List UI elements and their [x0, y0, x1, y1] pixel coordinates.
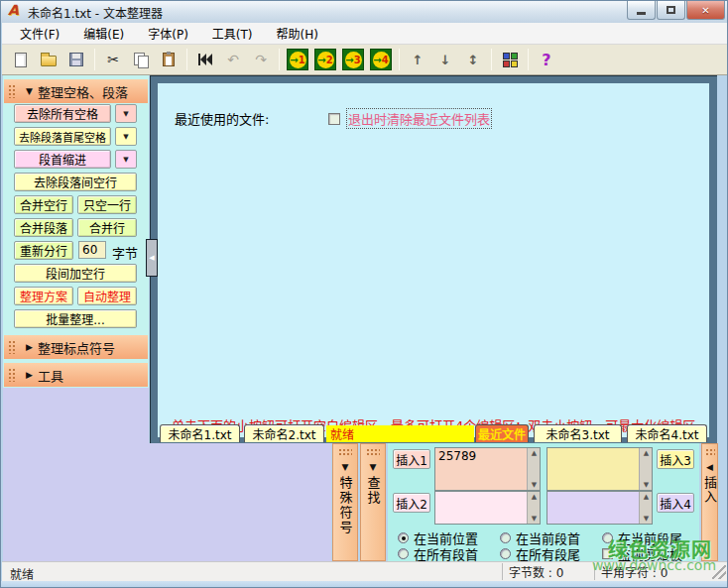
scroll-down-icon: ▼	[640, 515, 653, 523]
insert-2-textarea[interactable]: ▲▼	[434, 491, 541, 525]
minimize-button[interactable]	[627, 1, 656, 20]
paste-button[interactable]	[156, 48, 182, 72]
tab-untitled4[interactable]: 未命名4.txt	[627, 424, 707, 442]
color-blocks-icon	[503, 53, 518, 67]
insert-4-textarea[interactable]: ▲▼	[546, 491, 653, 525]
merge-blank-lines-button[interactable]: 合并空行	[14, 195, 73, 214]
tab-bar: 未命名1.txt 未命名2.txt 就绪 最近文件 未命名3.txt 未命名4.…	[150, 424, 717, 443]
scheme-button[interactable]: 整理方案	[14, 287, 73, 305]
open-file-button[interactable]	[36, 48, 61, 72]
scroll-down-icon: ▼	[640, 481, 653, 489]
scrollbar[interactable]: ▲▼	[527, 492, 540, 524]
remove-blank-between-paras-button[interactable]: 去除段落间空行	[14, 173, 137, 191]
move-up-down-button[interactable]: ↕	[460, 48, 486, 72]
insert-3-button[interactable]: 插入3	[657, 449, 694, 469]
copy-button[interactable]	[128, 48, 154, 72]
toolbar-separator	[399, 49, 400, 70]
section-punctuation[interactable]: ▶ 整理标点符号	[4, 335, 148, 359]
toolbar-separator	[528, 49, 529, 70]
title-bar: A 未命名1.txt - 文本整理器 ✕	[1, 1, 728, 23]
clear-on-exit-label[interactable]: 退出时清除最近文件列表	[346, 108, 492, 129]
maximize-button[interactable]	[657, 1, 685, 20]
chevron-down-icon: ▼	[123, 156, 128, 164]
insert-2-button[interactable]: 插入2	[393, 493, 430, 513]
remove-para-edge-spaces-dropdown[interactable]: ▼	[115, 127, 137, 146]
editor-3-button[interactable]: →3	[340, 48, 366, 72]
main-panel: ◀ 最近使用的文件: 退出时清除最近文件列表 单击下面的小按钮可打开空白编辑区，…	[150, 75, 717, 443]
save-icon	[69, 53, 83, 66]
editor-2-button[interactable]: →2	[312, 48, 338, 72]
tab-untitled1[interactable]: 未命名1.txt	[160, 424, 240, 442]
menu-help[interactable]: 帮助(H)	[265, 22, 330, 45]
minimize-icon	[637, 12, 646, 15]
special-symbols-label: 特殊符号	[336, 476, 355, 535]
save-button[interactable]	[63, 48, 89, 72]
merge-paras-button[interactable]: 合并段落	[14, 218, 73, 237]
recent-files-label: 最近使用的文件:	[175, 109, 269, 128]
editor-1-button[interactable]: →1	[285, 48, 310, 72]
tab-recent-files[interactable]: 最近文件	[475, 424, 529, 442]
up-down-arrow-icon: ↕	[468, 53, 479, 67]
menu-edit[interactable]: 编辑(E)	[71, 22, 136, 45]
scroll-up-icon: ▲	[528, 449, 541, 457]
app-icon: A	[8, 5, 23, 20]
move-down-button[interactable]: ↓	[432, 48, 458, 72]
chevron-right-icon: ▶	[26, 370, 33, 380]
add-blank-between-paras-button[interactable]: 段间加空行	[14, 264, 137, 283]
menu-tools[interactable]: 工具(T)	[200, 22, 265, 45]
para-indent-button[interactable]: 段首缩进	[14, 150, 111, 169]
remove-all-spaces-button[interactable]: 去除所有空格	[14, 104, 111, 123]
color-blocks-button[interactable]	[497, 48, 523, 72]
undo-button[interactable]: ↶	[220, 48, 246, 72]
find-strip[interactable]: ▼ 查找	[360, 443, 386, 561]
auto-tidy-button[interactable]: 自动整理	[77, 287, 137, 305]
para-indent-dropdown[interactable]: ▼	[115, 150, 137, 169]
close-button[interactable]: ✕	[686, 1, 725, 20]
maximize-icon	[667, 6, 675, 14]
move-up-button[interactable]: ↑	[405, 48, 430, 72]
remove-all-spaces-dropdown[interactable]: ▼	[115, 104, 137, 123]
grip-icon	[8, 84, 17, 98]
rewrap-unit-label: 字节	[112, 243, 138, 262]
go-to-start-button[interactable]	[192, 48, 218, 72]
insert-4-button[interactable]: 插入4	[657, 493, 694, 513]
insert-3-textarea[interactable]: ▲▼	[546, 447, 653, 491]
clear-on-exit-checkbox[interactable]	[328, 113, 340, 125]
section-spaces-paragraphs[interactable]: ▼ 整理空格、段落	[4, 79, 148, 103]
remove-para-edge-spaces-button[interactable]: 去除段落首尾空格	[14, 127, 111, 146]
insert-strip-label: 插入	[700, 476, 719, 504]
menu-font[interactable]: 字体(P)	[136, 22, 200, 45]
toolbar: ✂ ↶ ↷ →1 →2 →3 →4 ↑ ↓ ↕	[2, 45, 728, 75]
insert-1-button[interactable]: 插入1	[393, 449, 430, 469]
menu-file[interactable]: 文件(F)	[8, 22, 71, 45]
help-icon: ?	[542, 51, 550, 69]
status-bytes: 字节数 : 0	[502, 563, 591, 580]
bottom-empty-area	[3, 443, 331, 561]
scrollbar[interactable]: ▲▼	[527, 448, 540, 490]
radio-icon	[398, 548, 409, 559]
find-label: 查找	[364, 476, 383, 506]
new-document-button[interactable]	[8, 48, 34, 72]
tab-untitled3[interactable]: 未命名3.txt	[534, 424, 622, 442]
scrollbar[interactable]: ▲▼	[639, 492, 652, 524]
scrollbar[interactable]: ▲▼	[639, 448, 652, 490]
section-label: 整理空格、段落	[38, 82, 128, 101]
scroll-down-icon: ▼	[528, 515, 541, 523]
sidebar-collapse-handle[interactable]: ◀	[146, 239, 158, 277]
window-title: 未命名1.txt - 文本整理器	[28, 4, 163, 21]
section-tools[interactable]: ▶ 工具	[4, 363, 148, 387]
help-button[interactable]: ?	[534, 48, 559, 72]
editor-4-button[interactable]: →4	[368, 48, 394, 72]
grip-icon	[705, 448, 715, 457]
tab-untitled2[interactable]: 未命名2.txt	[244, 424, 324, 442]
rewrap-length-input[interactable]	[78, 241, 106, 259]
batch-tidy-button[interactable]: 批量整理...	[14, 309, 137, 328]
keep-one-blank-button[interactable]: 只空一行	[77, 195, 137, 214]
merge-lines-button[interactable]: 合并行	[77, 218, 137, 237]
redo-button[interactable]: ↷	[248, 48, 274, 72]
special-symbols-strip[interactable]: ▼ 特殊符号	[332, 443, 358, 561]
cut-button[interactable]: ✂	[100, 48, 126, 72]
grip-icon	[8, 340, 17, 354]
rewrap-button[interactable]: 重新分行	[14, 241, 73, 260]
insert-1-textarea[interactable]: 25789 ▲▼	[434, 447, 541, 491]
